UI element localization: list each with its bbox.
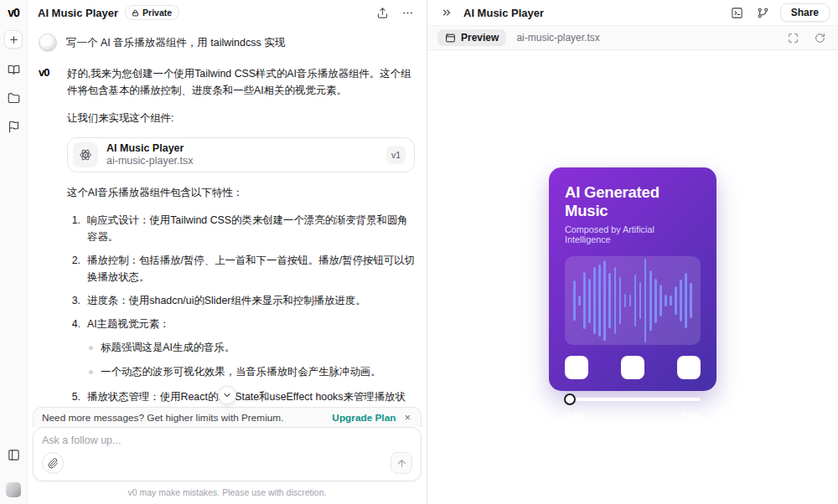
library-button[interactable] [4,60,23,79]
followup-input[interactable] [42,435,412,451]
slider-thumb[interactable] [564,393,576,405]
account-avatar[interactable] [6,482,21,497]
sub-item: 标题强调这是AI生成的音乐。 [89,339,415,356]
react-atom-icon [79,148,92,162]
bullet-dot [89,346,93,350]
fullscreen-button[interactable] [784,29,801,46]
bullet-dot [89,370,93,374]
waveform-bar [680,280,682,322]
lock-icon [132,9,139,17]
waveform-bar [624,294,627,307]
waveform-bar [665,295,667,306]
component-card-title: AI Music Player [106,142,378,155]
feature-item-2: 2. 播放控制：包括播放/暂停、上一首和下一首按钮。播放/暂停按钮可以切换播放状… [67,252,415,285]
waveform-bar [573,280,576,321]
user-avatar [39,33,57,52]
user-message-text: 写一个 AI 音乐播放器组件，用 tailwindcss 实现 [66,36,285,50]
chat-panel: AI Music Player Private 写一个 AI 音乐播放器组件，用… [28,0,427,504]
feature-item-3: 3. 进度条：使用shadcn/ui的Slider组件来显示和控制播放进度。 [67,292,415,309]
fork-button[interactable] [754,3,773,22]
plus-icon [8,34,19,45]
preview-panel: AI Music Player Share Preview ai-music-p… [427,0,838,504]
git-branch-icon [757,7,769,19]
waveform-bar [654,279,657,323]
waveform-bar [614,267,617,334]
user-message: 写一个 AI 音乐播放器组件，用 tailwindcss 实现 [39,33,415,52]
feature-item-1: 1. 响应式设计：使用Tailwind CSS的类来创建一个漂亮的渐变背景和圆角… [67,212,415,245]
component-card[interactable]: AI Music Player ai-music-player.tsx v1 [67,137,415,172]
refresh-icon [815,33,825,44]
share-export-icon [376,7,389,19]
feature-item-4: 4. AI主题视觉元素： [67,316,415,332]
book-open-icon [8,64,20,76]
chevron-down-icon [222,390,232,400]
attach-file-button[interactable] [42,452,64,474]
export-button[interactable] [373,3,391,22]
panel-left-icon [8,449,20,461]
scroll-to-bottom-button[interactable] [218,386,236,404]
new-chat-button[interactable] [4,30,23,49]
maximize-icon [788,33,799,44]
previous-track-button[interactable] [565,356,588,379]
music-player-card: AI Generated Music Composed by Artificia… [549,167,716,391]
refresh-button[interactable] [811,29,828,46]
component-icon-box [73,142,98,167]
folder-icon [8,92,20,105]
upgrade-plan-link[interactable]: Upgrade Plan [332,412,396,424]
preview-tabbar: Preview ai-music-player.tsx [427,25,838,50]
sub-item: 一个动态的波形可视化效果，当音乐播放时会产生脉冲动画。 [89,363,415,380]
ellipsis-icon [401,7,414,19]
feedback-button[interactable] [4,117,23,136]
waveform [565,256,701,345]
more-options-button[interactable] [398,3,416,22]
slider-track [565,398,701,401]
player-subtitle: Composed by Artificial Intelligence [565,224,701,244]
waveform-bar [644,259,647,343]
composer-area: Need more messages? Get higher limits wi… [28,407,427,504]
collapse-panel-button[interactable] [437,3,456,22]
privacy-badge[interactable]: Private [125,5,179,20]
projects-button[interactable] [4,89,23,107]
toggle-sidebar-button[interactable] [4,445,23,464]
chevrons-right-icon [441,7,453,18]
tab-preview[interactable]: Preview [437,29,506,46]
play-pause-button[interactable] [621,356,644,379]
app-window-icon [445,33,456,44]
next-track-button[interactable] [677,356,701,379]
preview-title: AI Music Player [463,7,721,19]
player-controls [565,356,701,379]
send-button[interactable] [391,452,412,474]
paperclip-icon [48,458,59,469]
followup-input-card [33,427,422,481]
preview-header: AI Music Player Share [427,0,838,25]
assistant-lead: 让我们来实现这个组件: [67,110,415,126]
open-file-name[interactable]: ai-music-player.tsx [516,32,774,44]
waveform-bar [619,277,622,323]
time-total: 1:40 [681,411,701,421]
waveform-bar [598,265,601,337]
waveform-bar [634,275,637,326]
app-window: v0 AI Music Player Private [0,0,838,504]
preview-canvas: AI Generated Music Composed by Artificia… [427,50,838,504]
waveform-bar [690,283,692,318]
banner-text: Need more messages? Get higher limits wi… [42,412,325,424]
premium-banner: Need more messages? Get higher limits wi… [33,407,422,427]
console-button[interactable] [728,3,747,22]
chat-title: AI Music Player [38,7,118,19]
time-current: 0:00 [565,411,584,421]
share-button[interactable]: Share [780,3,830,22]
banner-close-icon[interactable]: × [402,411,412,424]
waveform-bar [639,282,642,320]
arrow-up-icon [396,458,407,469]
waveform-bar [629,295,632,306]
waveform-bar [608,273,611,328]
player-title: AI Generated Music [565,183,701,220]
progress-slider[interactable] [565,393,701,405]
version-badge: v1 [386,146,406,164]
icon-rail: v0 [0,0,28,504]
features-intro: 这个AI音乐播放器组件包含以下特性： [67,184,415,201]
waveform-bar [660,285,662,316]
waveform-bar [578,296,581,306]
waveform-bar [603,260,606,340]
waveform-bar [649,270,652,331]
